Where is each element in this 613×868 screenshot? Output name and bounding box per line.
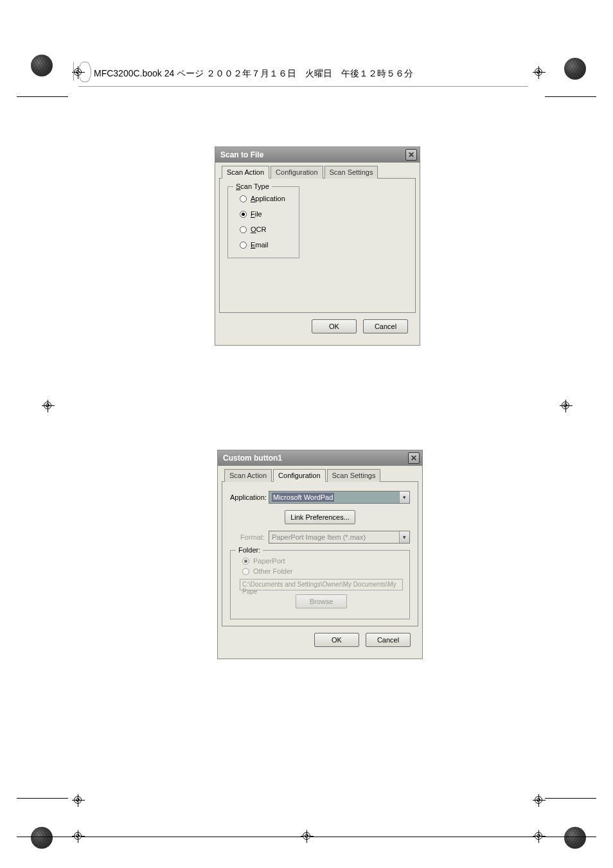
- page-banner-text: MFC3200C.book 24 ページ ２００２年７月１６日 火曜日 午後１２…: [94, 68, 413, 78]
- radio-icon: [240, 195, 247, 202]
- close-icon[interactable]: ✕: [408, 452, 420, 464]
- link-preferences-button[interactable]: Link Preferences...: [285, 510, 355, 524]
- tab-scan-settings[interactable]: Scan Settings: [324, 166, 378, 179]
- radio-icon: [240, 211, 247, 218]
- radio-icon: [240, 226, 247, 233]
- dialog-titlebar[interactable]: Custom button1 ✕: [218, 450, 422, 466]
- print-marker-sphere-tr: [564, 58, 586, 80]
- radio-application[interactable]: Application: [240, 195, 292, 202]
- dialog-titlebar[interactable]: Scan to File ✕: [215, 147, 420, 163]
- folder-path: C:\Documents and Settings\Owner\My Docum…: [240, 579, 403, 590]
- registration-mark-icon: [562, 402, 569, 409]
- radio-ocr[interactable]: OCR: [240, 226, 292, 233]
- application-dropdown[interactable]: Microsoft WordPad ▾: [269, 491, 410, 504]
- registration-mark-icon: [303, 832, 310, 840]
- crop-line: [545, 96, 596, 97]
- crop-line: [17, 837, 317, 837]
- folder-group: Folder: PaperPort Other Folder C:\Docume…: [230, 550, 410, 619]
- radio-file[interactable]: File: [240, 210, 292, 218]
- print-marker-sphere-bl: [31, 827, 53, 849]
- scan-to-file-dialog: Scan to File ✕ Scan Action Configuration…: [215, 146, 420, 346]
- radio-icon: [242, 568, 249, 575]
- crop-line: [296, 837, 596, 837]
- registration-mark-icon: [74, 796, 82, 804]
- ok-button[interactable]: OK: [314, 633, 359, 647]
- crop-line: [17, 798, 68, 799]
- registration-mark-icon: [535, 68, 542, 76]
- crop-line: [545, 798, 596, 799]
- scan-type-group: Scan Type Application File OCR: [227, 186, 299, 258]
- tab-configuration[interactable]: Configuration: [271, 166, 323, 179]
- format-label: Format:: [230, 533, 269, 541]
- format-value: PaperPort Image Item (*.max): [272, 533, 366, 541]
- dialog-title: Custom button1: [223, 454, 282, 463]
- radio-email[interactable]: Email: [240, 241, 292, 249]
- chevron-down-icon[interactable]: ▾: [399, 492, 409, 503]
- registration-mark-icon: [535, 832, 542, 840]
- format-dropdown: PaperPort Image Item (*.max) ▾: [269, 531, 410, 544]
- radio-icon: [240, 242, 247, 249]
- registration-mark-icon: [44, 402, 51, 409]
- cancel-button[interactable]: Cancel: [363, 319, 408, 333]
- application-label: Application:: [230, 493, 269, 501]
- crop-line: [17, 96, 68, 97]
- tab-configuration[interactable]: Configuration: [273, 469, 325, 482]
- tab-scan-action[interactable]: Scan Action: [222, 166, 269, 179]
- application-value: Microsoft WordPad: [272, 493, 334, 502]
- scan-type-legend: Scan Type: [233, 182, 272, 190]
- tab-scan-action[interactable]: Scan Action: [224, 469, 272, 482]
- radio-icon: [242, 558, 249, 565]
- ok-button[interactable]: OK: [312, 319, 357, 333]
- browse-button: Browse: [296, 594, 347, 608]
- custom-button-dialog: Custom button1 ✕ Scan Action Configurati…: [217, 450, 423, 659]
- registration-mark-icon: [535, 796, 542, 804]
- page-banner: MFC3200C.book 24 ページ ２００２年７月１６日 火曜日 午後１２…: [78, 66, 528, 87]
- tab-scan-settings[interactable]: Scan Settings: [327, 469, 381, 482]
- registration-mark-icon: [74, 832, 82, 840]
- folder-legend: Folder:: [236, 546, 263, 554]
- chevron-down-icon: ▾: [399, 531, 409, 543]
- radio-paperport: PaperPort: [242, 557, 403, 565]
- cancel-button[interactable]: Cancel: [366, 633, 411, 647]
- radio-other-folder: Other Folder: [242, 567, 403, 575]
- dialog-title: Scan to File: [220, 150, 263, 159]
- print-marker-sphere-tl: [31, 55, 53, 76]
- close-icon[interactable]: ✕: [405, 149, 417, 161]
- print-marker-sphere-br: [564, 827, 586, 849]
